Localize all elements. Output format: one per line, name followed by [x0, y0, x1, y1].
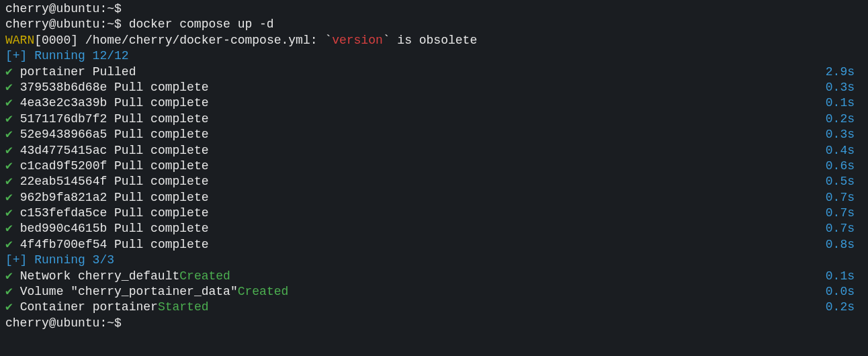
shell-prompt: cherry@ubuntu:~$ — [5, 17, 129, 32]
layer-time: 0.7s — [826, 221, 863, 236]
layer-status: Pull complete — [107, 144, 208, 157]
running-text: Running 12/12 — [27, 48, 128, 64]
check-icon: ✔ — [5, 206, 20, 220]
running-text: Running 3/3 — [27, 253, 114, 268]
layer-status: Pull complete — [107, 81, 208, 94]
check-icon: ✔ — [5, 96, 20, 109]
resource-name: Volume "cherry_portainer_data" — [20, 285, 238, 298]
warn-label: WARN — [5, 33, 34, 48]
resource-time: 0.0s — [826, 284, 863, 300]
pulled-row: ✔ portainer Pulled 2.9s — [5, 64, 863, 80]
check-icon: ✔ — [5, 65, 20, 79]
check-icon: ✔ — [5, 159, 20, 173]
layer-hash: 22eab514564f — [20, 175, 107, 188]
layer-time: 0.4s — [826, 143, 863, 159]
layer-hash: 4f4fb700ef54 — [20, 238, 107, 251]
layer-status: Pull complete — [107, 222, 208, 235]
layer-hash: bed990c4615b — [20, 222, 107, 235]
layer-time: 0.3s — [826, 80, 863, 95]
resource-row: ✔ Container portainer Started0.2s — [5, 300, 863, 315]
layer-row: ✔ bed990c4615b Pull complete0.7s — [5, 221, 863, 236]
resource-status: Created — [238, 284, 289, 300]
layer-hash: 43d4775415ac — [20, 144, 107, 157]
resource-name: Container portainer — [20, 300, 158, 314]
layer-time: 0.7s — [826, 190, 863, 206]
shell-prompt: cherry@ubuntu:~$ — [5, 1, 129, 17]
layer-time: 0.2s — [826, 112, 863, 127]
pulled-time: 2.9s — [826, 64, 863, 80]
shell-prompt: cherry@ubuntu:~$ — [5, 316, 129, 331]
check-icon: ✔ — [5, 300, 20, 314]
layer-status: Pull complete — [107, 206, 208, 220]
layer-hash: 4ea3e2c3a39b — [20, 96, 107, 109]
running-prefix: [+] — [5, 253, 27, 268]
layer-hash: c153fefda5ce — [20, 206, 107, 220]
layer-time: 0.8s — [826, 237, 863, 253]
layer-hash: 52e9438966a5 — [20, 128, 107, 141]
layer-hash: 962b9fa821a2 — [20, 191, 107, 204]
layer-time: 0.5s — [826, 174, 863, 189]
pulled-name: portainer Pulled — [20, 65, 136, 79]
check-icon: ✔ — [5, 222, 20, 235]
layer-status: Pull complete — [107, 175, 208, 188]
layer-row: ✔ 962b9fa821a2 Pull complete0.7s — [5, 190, 863, 206]
warn-backtick: ` — [383, 33, 390, 48]
layer-time: 0.3s — [826, 127, 863, 142]
layer-row: ✔ 4f4fb700ef54 Pull complete0.8s — [5, 237, 863, 253]
layer-row: ✔ 4ea3e2c3a39b Pull complete0.1s — [5, 95, 863, 111]
check-icon: ✔ — [5, 285, 20, 298]
prompt-line-empty: cherry@ubuntu:~$ — [5, 1, 863, 17]
running-prefix: [+] — [5, 48, 27, 64]
layer-status: Pull complete — [107, 112, 208, 126]
warn-keyword: version — [332, 33, 383, 48]
layer-row: ✔ 5171176db7f2 Pull complete0.2s — [5, 112, 863, 127]
resource-row: ✔ Network cherry_default Created0.1s — [5, 269, 863, 284]
layer-status: Pull complete — [107, 191, 208, 204]
check-icon: ✔ — [5, 112, 20, 126]
command-text: docker compose up -d — [129, 17, 274, 32]
check-icon: ✔ — [5, 191, 20, 204]
layer-time: 0.1s — [826, 95, 863, 111]
check-icon: ✔ — [5, 269, 20, 283]
prompt-line-final: cherry@ubuntu:~$ — [5, 316, 863, 331]
warn-line: WARN[0000] /home/cherry/docker-compose.y… — [5, 33, 863, 48]
check-icon: ✔ — [5, 81, 20, 94]
warn-rest: is obsolete — [390, 33, 478, 48]
layer-row: ✔ 43d4775415ac Pull complete0.4s — [5, 143, 863, 159]
layer-status: Pull complete — [107, 238, 208, 251]
layer-row: ✔ c1cad9f5200f Pull complete0.6s — [5, 159, 863, 174]
layer-hash: 379538b6d68e — [20, 81, 107, 94]
layer-hash: 5171176db7f2 — [20, 112, 107, 126]
check-icon: ✔ — [5, 128, 20, 141]
layer-status: Pull complete — [107, 96, 208, 109]
resource-time: 0.2s — [826, 300, 863, 315]
resource-status: Started — [158, 300, 209, 315]
running-header-2: [+] Running 3/3 — [5, 253, 863, 268]
resource-row: ✔ Volume "cherry_portainer_data" Created… — [5, 284, 863, 300]
layer-status: Pull complete — [107, 159, 208, 173]
layer-time: 0.7s — [826, 206, 863, 221]
resource-time: 0.1s — [826, 269, 863, 284]
layer-status: Pull complete — [107, 128, 208, 141]
layer-row: ✔ 52e9438966a5 Pull complete0.3s — [5, 127, 863, 142]
check-icon: ✔ — [5, 175, 20, 188]
layer-hash: c1cad9f5200f — [20, 159, 107, 173]
check-icon: ✔ — [5, 144, 20, 157]
layer-row: ✔ c153fefda5ce Pull complete0.7s — [5, 206, 863, 221]
resource-status: Created — [179, 269, 230, 284]
resource-name: Network cherry_default — [20, 269, 180, 283]
prompt-line-command: cherry@ubuntu:~$ docker compose up -d — [5, 17, 863, 32]
layer-row: ✔ 379538b6d68e Pull complete0.3s — [5, 80, 863, 95]
layer-time: 0.6s — [826, 159, 863, 174]
running-header-1: [+] Running 12/12 — [5, 48, 863, 64]
warn-backtick: ` — [324, 33, 332, 48]
layer-row: ✔ 22eab514564f Pull complete0.5s — [5, 174, 863, 189]
check-icon: ✔ — [5, 238, 20, 251]
warn-path: /home/cherry/docker-compose.yml: — [85, 33, 324, 48]
warn-bracket: [0000] — [34, 33, 85, 48]
